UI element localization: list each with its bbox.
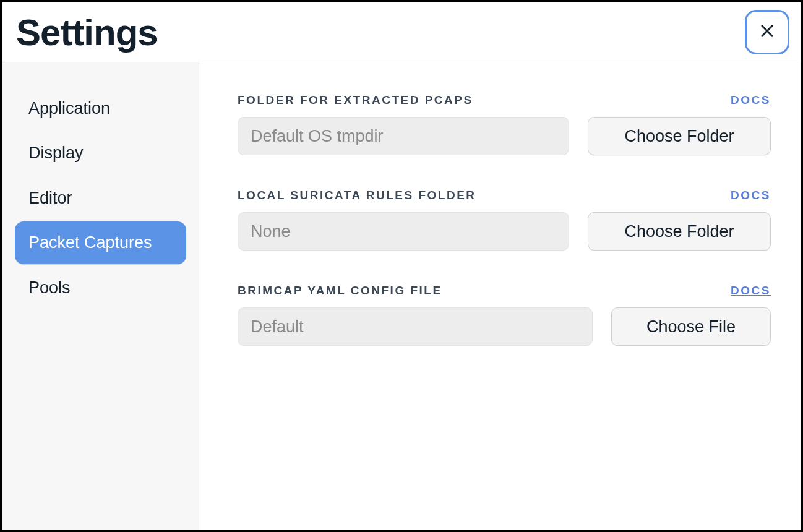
docs-link[interactable]: DOCS	[731, 93, 771, 107]
choose-folder-button[interactable]: Choose Folder	[588, 212, 771, 251]
brimcap-config-value: Default	[238, 307, 593, 346]
sidebar-item-editor[interactable]: Editor	[15, 177, 186, 219]
settings-header: Settings	[2, 2, 801, 62]
docs-link[interactable]: DOCS	[731, 284, 771, 298]
page-title: Settings	[16, 11, 158, 54]
choose-file-button[interactable]: Choose File	[611, 307, 771, 346]
sidebar-item-application[interactable]: Application	[15, 87, 186, 129]
sidebar-item-pools[interactable]: Pools	[15, 267, 186, 309]
settings-main: FOLDER FOR EXTRACTED PCAPS DOCS Default …	[199, 62, 801, 530]
suricata-folder-value: None	[238, 212, 569, 251]
sidebar-item-label: Pools	[28, 278, 71, 297]
setting-suricata-rules-folder: LOCAL SURICATA RULES FOLDER DOCS None Ch…	[238, 189, 771, 251]
close-button[interactable]	[745, 10, 789, 54]
field-label: BRIMCAP YAML CONFIG FILE	[238, 284, 442, 298]
pcaps-folder-value: Default OS tmpdir	[238, 117, 569, 155]
docs-link[interactable]: DOCS	[731, 189, 771, 202]
sidebar-item-label: Editor	[28, 189, 72, 207]
field-control-row: Default Choose File	[238, 307, 771, 346]
setting-extracted-pcaps-folder: FOLDER FOR EXTRACTED PCAPS DOCS Default …	[238, 93, 771, 155]
button-label: Choose File	[646, 317, 736, 337]
field-control-row: Default OS tmpdir Choose Folder	[238, 117, 771, 155]
settings-body: Application Display Editor Packet Captur…	[2, 62, 801, 530]
sidebar-item-label: Packet Captures	[28, 233, 152, 252]
sidebar-item-label: Display	[28, 144, 84, 162]
sidebar-item-label: Application	[28, 99, 110, 118]
choose-folder-button[interactable]: Choose Folder	[588, 117, 771, 155]
button-label: Choose Folder	[624, 127, 734, 146]
setting-brimcap-yaml-config: BRIMCAP YAML CONFIG FILE DOCS Default Ch…	[238, 284, 771, 346]
field-control-row: None Choose Folder	[238, 212, 771, 251]
sidebar: Application Display Editor Packet Captur…	[2, 62, 199, 530]
button-label: Choose Folder	[624, 222, 734, 241]
sidebar-item-packet-captures[interactable]: Packet Captures	[15, 221, 186, 264]
field-label-row: LOCAL SURICATA RULES FOLDER DOCS	[238, 189, 771, 202]
field-label-row: FOLDER FOR EXTRACTED PCAPS DOCS	[238, 93, 771, 107]
sidebar-item-display[interactable]: Display	[15, 132, 186, 174]
close-icon	[758, 22, 776, 42]
field-label: LOCAL SURICATA RULES FOLDER	[238, 189, 476, 202]
field-label: FOLDER FOR EXTRACTED PCAPS	[238, 93, 473, 107]
field-label-row: BRIMCAP YAML CONFIG FILE DOCS	[238, 284, 771, 298]
